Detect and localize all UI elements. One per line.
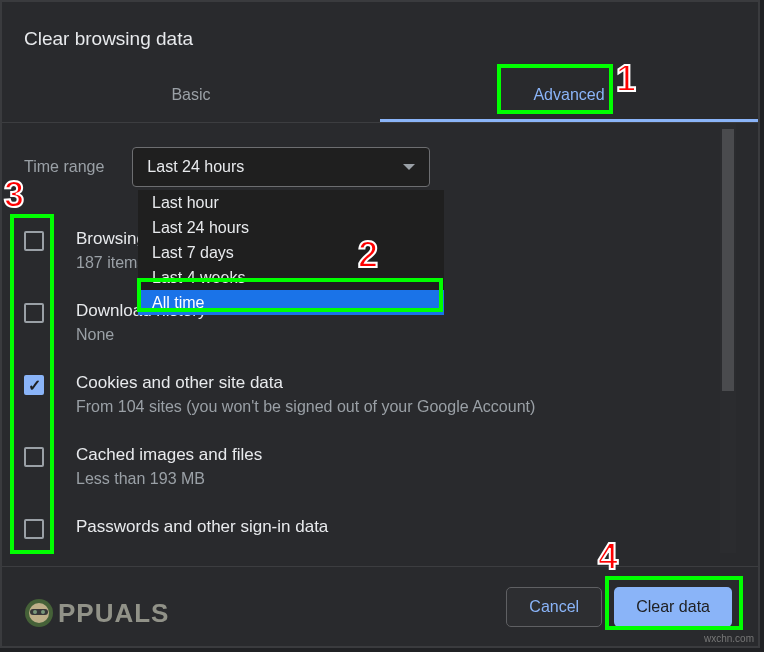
mascot-icon: [22, 596, 56, 630]
item-title: Cached images and files: [76, 443, 262, 467]
option-last-hour[interactable]: Last hour: [138, 190, 444, 215]
tab-basic[interactable]: Basic: [2, 78, 380, 118]
svg-point-3: [33, 610, 37, 614]
checkbox-cached-images[interactable]: [24, 447, 44, 467]
svg-point-4: [41, 610, 45, 614]
option-all-time[interactable]: All time: [138, 290, 444, 315]
time-range-select[interactable]: Last 24 hours: [132, 147, 430, 187]
watermark-logo: PPUALS: [22, 596, 169, 630]
checkbox-passwords[interactable]: [24, 519, 44, 539]
checkbox-cookies[interactable]: ✓: [24, 375, 44, 395]
list-item[interactable]: ✓ Cookies and other site data From 104 s…: [24, 359, 706, 431]
cancel-button[interactable]: Cancel: [506, 587, 602, 627]
item-sub: From 104 sites (you won't be signed out …: [76, 395, 535, 419]
caret-down-icon: [403, 164, 415, 170]
time-range-row: Time range Last 24 hours: [2, 123, 736, 187]
item-title: Passwords and other sign-in data: [76, 515, 328, 539]
item-sub: None: [76, 323, 206, 347]
checkmark-icon: ✓: [28, 376, 41, 395]
clear-data-button[interactable]: Clear data: [614, 587, 732, 627]
scrollbar[interactable]: [720, 123, 736, 553]
scrollbar-thumb[interactable]: [722, 129, 734, 391]
clear-browsing-data-dialog: Clear browsing data Basic Advanced Time …: [0, 0, 760, 648]
time-range-label: Time range: [24, 158, 104, 176]
scroll-area: Time range Last 24 hours Last hour Last …: [2, 123, 736, 556]
time-range-value: Last 24 hours: [147, 158, 244, 176]
checkbox-download-history[interactable]: [24, 303, 44, 323]
list-item[interactable]: Passwords and other sign-in data: [24, 503, 706, 539]
option-last-7-days[interactable]: Last 7 days: [138, 240, 444, 265]
dialog-title: Clear browsing data: [2, 2, 758, 50]
corner-text: wxchn.com: [704, 633, 754, 644]
list-item[interactable]: Cached images and files Less than 193 MB: [24, 431, 706, 503]
tabs: Basic Advanced: [2, 78, 758, 118]
tab-advanced[interactable]: Advanced: [380, 78, 758, 118]
item-title: Cookies and other site data: [76, 371, 535, 395]
option-last-4-weeks[interactable]: Last 4 weeks: [138, 265, 444, 290]
option-last-24-hours[interactable]: Last 24 hours: [138, 215, 444, 240]
item-sub: Less than 193 MB: [76, 467, 262, 491]
checkbox-browsing-history[interactable]: [24, 231, 44, 251]
time-range-dropdown: Last hour Last 24 hours Last 7 days Last…: [138, 190, 444, 315]
svg-rect-2: [30, 609, 48, 615]
